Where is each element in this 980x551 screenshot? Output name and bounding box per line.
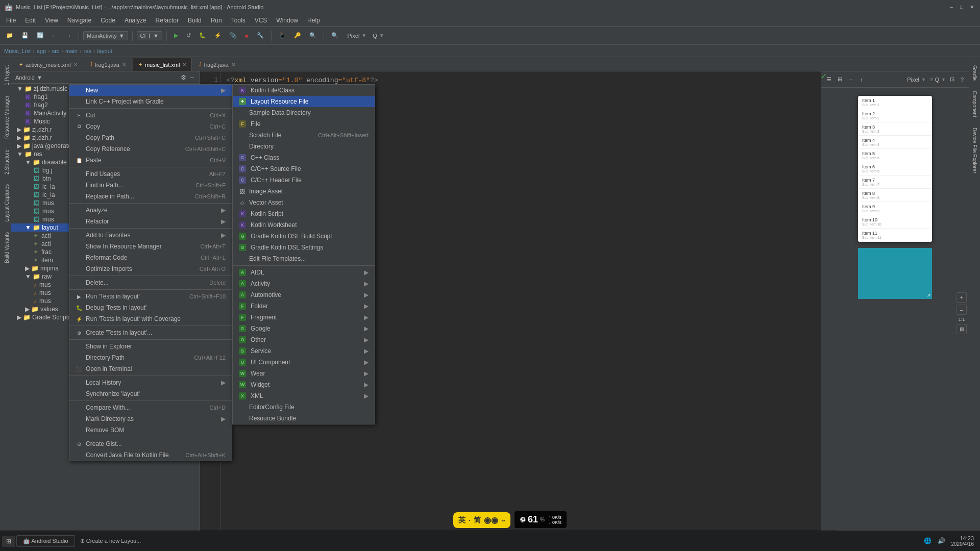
menu-2-gradle-build[interactable]: G Gradle Kotlin DSL Build Script	[233, 231, 375, 242]
menu-1-remove-bom[interactable]: Remove BOM	[69, 424, 232, 436]
menu-2-aidl[interactable]: A AIDL ▶	[233, 267, 375, 278]
menu-1-copy-reference[interactable]: Copy Reference Ctrl+Alt+Shift+C	[69, 143, 232, 155]
breadcrumb-app[interactable]: app	[37, 48, 46, 54]
menu-2-cpp-class[interactable]: C C++ Class	[233, 152, 375, 163]
layout-inspector-button[interactable]: 🔍	[306, 31, 320, 40]
menu-2-activity[interactable]: A Activity ▶	[233, 278, 375, 289]
menu-window[interactable]: Window	[272, 16, 302, 25]
menu-2-scratch[interactable]: Scratch File Ctrl+Alt+Shift+Insert	[233, 130, 375, 141]
menu-2-image-asset[interactable]: 🖼 Image Asset	[233, 186, 375, 197]
menu-2-edit-templates[interactable]: Edit File Templates...	[233, 253, 375, 264]
gradle-sync-button[interactable]: 🔧	[254, 31, 267, 40]
menu-2-gradle-settings[interactable]: G Gradle Kotlin DSL Settings	[233, 242, 375, 253]
menu-file[interactable]: File	[2, 16, 20, 25]
debug-button[interactable]: 🐛	[196, 31, 209, 40]
avd-button[interactable]: 📱	[276, 31, 289, 40]
tab-music-list-xml[interactable]: ✦ music_list.xml ✕	[133, 58, 192, 71]
menu-refactor[interactable]: Refactor	[152, 16, 183, 25]
menu-1-find-in-path[interactable]: Find in Path... Ctrl+Shift+F	[69, 180, 232, 191]
taskbar-android-studio-btn[interactable]: 🤖 Android Studio	[16, 535, 75, 547]
menu-1-debug-tests[interactable]: 🐛 Debug 'Tests in layout'	[69, 302, 232, 313]
menu-1-reformat[interactable]: Reformat Code Ctrl+Alt+L	[69, 252, 232, 263]
menu-2-directory[interactable]: Directory	[233, 141, 375, 152]
menu-build[interactable]: Build	[184, 16, 206, 25]
menu-1-cut[interactable]: ✂ Cut Ctrl+X	[69, 110, 232, 121]
panel-minimize-btn[interactable]: –	[189, 73, 195, 82]
menu-edit[interactable]: Edit	[21, 16, 40, 25]
menu-1-optimize-imports[interactable]: Optimize Imports Ctrl+Alt+O	[69, 263, 232, 274]
menu-1-create-tests[interactable]: ⊕ Create 'Tests in layout'...	[69, 327, 232, 338]
menu-2-kotlin-file[interactable]: K Kotlin File/Class	[233, 85, 375, 96]
stop-button[interactable]: ■	[242, 31, 252, 40]
breadcrumb-layout[interactable]: layout	[97, 48, 112, 54]
menu-1-analyze[interactable]: Analyze ▶	[69, 205, 232, 216]
menu-2-fragment[interactable]: F Fragment ▶	[233, 312, 375, 323]
menu-2-cpp-header[interactable]: C C/C++ Header File	[233, 174, 375, 186]
tool-component[interactable]: Component	[971, 87, 978, 121]
toolbar-save-btn[interactable]: 💾	[18, 31, 32, 40]
tab-activity-music-xml[interactable]: ✦ activity_music.xml ✕	[13, 58, 83, 71]
arrow-up-btn[interactable]: ↑	[858, 76, 865, 84]
menu-1-paste[interactable]: 📋 Paste Ctrl+V	[69, 155, 232, 166]
panel-settings-btn[interactable]: ⚙	[179, 73, 188, 82]
menu-1-run-coverage[interactable]: ⚡ Run 'Tests in layout' with Coverage	[69, 313, 232, 324]
menu-1-show-explorer[interactable]: Show in Explorer	[69, 341, 232, 352]
breadcrumb-music-list[interactable]: Music_List	[4, 48, 31, 54]
menu-2-folder[interactable]: F Folder ▶	[233, 300, 375, 312]
zoom-fit-btn[interactable]: ⊡	[948, 75, 957, 84]
question-btn[interactable]: ?	[959, 76, 966, 84]
menu-2-other[interactable]: O Other ▶	[233, 334, 375, 345]
menu-vcs[interactable]: VCS	[251, 16, 272, 25]
toolbar-open-btn[interactable]: 📁	[3, 31, 16, 40]
close-button[interactable]: ✕	[968, 3, 976, 11]
menu-2-widget[interactable]: W Widget ▶	[233, 379, 375, 390]
menu-navigate[interactable]: Navigate	[63, 16, 95, 25]
menu-2-kotlin-script[interactable]: K Kotlin Script	[233, 208, 375, 219]
tool-project[interactable]: 1:Project	[0, 61, 11, 89]
menu-run[interactable]: Run	[207, 16, 226, 25]
breadcrumb-main[interactable]: main	[65, 48, 78, 54]
zoom-in-btn[interactable]: +	[957, 292, 967, 303]
menu-1-add-favorites[interactable]: Add to Favorites ▶	[69, 230, 232, 241]
menu-tools[interactable]: Tools	[227, 16, 250, 25]
menu-1-compare[interactable]: Compare With... Ctrl+D	[69, 402, 232, 413]
menu-view[interactable]: View	[41, 16, 62, 25]
tab-close-3[interactable]: ✕	[182, 62, 186, 67]
menu-1-new[interactable]: New ▶	[69, 85, 232, 96]
tool-device-file-explorer[interactable]: Device File Explorer	[971, 123, 978, 177]
menu-help[interactable]: Help	[303, 16, 324, 25]
menu-code[interactable]: Code	[96, 16, 119, 25]
menu-1-create-gist[interactable]: ⊙ Create Gist...	[69, 438, 232, 449]
toolbar-sync-btn[interactable]: 🔄	[34, 31, 47, 40]
toolbar-back-btn[interactable]: ←	[49, 31, 61, 40]
android-dropdown-icon[interactable]: ▼	[37, 74, 42, 81]
arrow-left-btn[interactable]: ←	[846, 76, 856, 84]
breadcrumb-res[interactable]: res	[84, 48, 91, 54]
profile-button[interactable]: ⚡	[211, 31, 225, 40]
menu-1-refactor[interactable]: Refactor ▶	[69, 216, 232, 227]
menu-2-editor-config[interactable]: EditorConfig File	[233, 402, 375, 413]
menu-1-copy[interactable]: ⧉ Copy Ctrl+C	[69, 121, 232, 132]
menu-1-replace-in-path[interactable]: Replace in Path... Ctrl+Shift+R	[69, 191, 232, 202]
minimize-button[interactable]: –	[947, 3, 955, 11]
tool-build-variants[interactable]: Build Variants	[0, 228, 11, 267]
maximize-button[interactable]: □	[958, 3, 966, 11]
menu-1-mark-dir[interactable]: Mark Directory as ▶	[69, 413, 232, 424]
menu-1-dir-path[interactable]: Directory Path Ctrl+Alt+F12	[69, 352, 232, 363]
sdk-button[interactable]: 🔑	[291, 31, 304, 40]
menu-2-sample-data[interactable]: Sample Data Directory	[233, 107, 375, 118]
attach-button[interactable]: 📎	[227, 31, 240, 40]
menu-2-layout-resource[interactable]: ✦ Layout Resource File	[233, 96, 375, 107]
menu-2-wear[interactable]: W Wear ▶	[233, 368, 375, 379]
search-everywhere-button[interactable]: 🔍	[328, 31, 341, 40]
menu-2-ui-component[interactable]: U UI Component ▶	[233, 357, 375, 368]
toolbar-forward-btn[interactable]: →	[63, 31, 75, 40]
menu-analyze[interactable]: Analyze	[120, 16, 151, 25]
menu-2-resource-bundle[interactable]: Resource Bundle	[233, 413, 375, 424]
menu-1-link-cpp[interactable]: Link C++ Project with Gradle	[69, 96, 232, 107]
taskbar-start-btn[interactable]: ⊞	[2, 536, 15, 547]
run-button[interactable]: ▶	[171, 31, 181, 40]
tab-close-2[interactable]: ✕	[122, 62, 126, 67]
menu-1-local-history[interactable]: Local History ▶	[69, 377, 232, 388]
cft-dropdown[interactable]: CFT ▼	[137, 31, 162, 40]
